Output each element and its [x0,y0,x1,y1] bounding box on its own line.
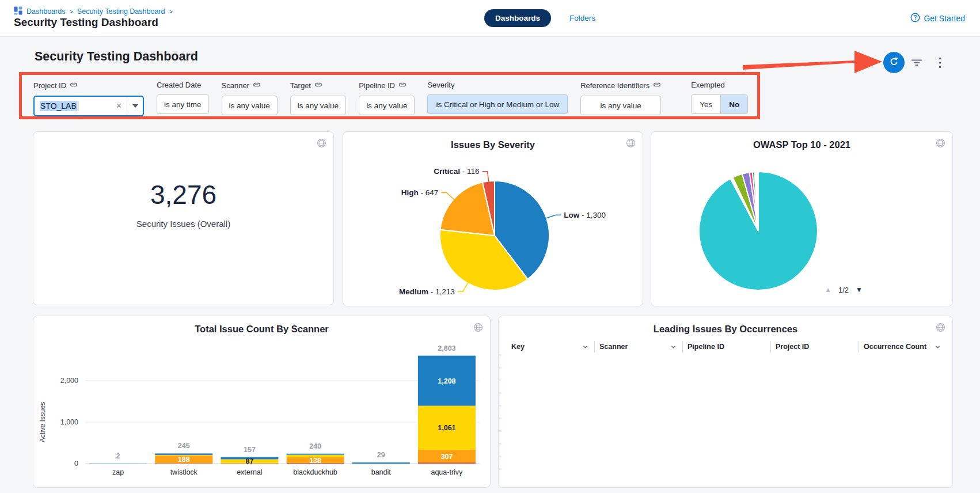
link-icon [398,81,407,90]
svg-text:29: 29 [377,451,385,459]
column-header-occurrence-count[interactable]: Occurrence Count [859,341,947,352]
help-circle-icon: ? [910,13,920,24]
owasp-top-10-pie-chart[interactable] [651,132,952,306]
explore-globe-icon[interactable] [317,138,326,148]
column-header-scanner[interactable]: Scanner [594,341,682,352]
issues-by-severity-pie-chart[interactable]: Low - 1,300Medium - 1,213High - 647Criti… [343,132,643,306]
scanner-value-button[interactable]: is any value [222,96,278,115]
sort-chevron-icon[interactable] [935,344,941,350]
divider [127,100,127,112]
pagination-page-indicator: 1/2 [838,286,849,294]
filter-exempted-label: Exempted [691,81,725,89]
filter-pipeline-id: Pipeline ID is any value [359,81,415,115]
kpi-value: 3,276 [150,180,216,209]
tab-folders[interactable]: Folders [566,13,599,23]
filter-reference-identifiers: Reference Identifiers is any value [580,81,661,115]
total-issue-count-bar-chart[interactable]: 01,0002,000Active Issues2zap245twistlock… [33,316,490,487]
filter-reference-identifiers-label: Reference Identifiers [580,81,649,90]
svg-text:bandit: bandit [371,468,392,476]
more-options-button[interactable] [937,56,943,71]
dashboard-title: Security Testing Dashboard [35,50,198,64]
svg-text:0: 0 [74,460,78,468]
clear-x-icon[interactable]: × [116,101,121,111]
breadcrumb-security-testing-dashboard[interactable]: Security Testing Dashboard [77,7,165,16]
total-issue-count-by-scanner-card: Total Issue Count By Scanner 01,0002,000… [33,316,491,488]
svg-text:1,061: 1,061 [438,424,455,432]
exempted-yes-option[interactable]: Yes [692,95,720,113]
filter-pipeline-id-label: Pipeline ID [359,81,395,90]
top-header: Dashboards > Security Testing Dashboard … [0,0,980,37]
view-tabs: Dashboards Folders [484,9,599,27]
svg-text:138: 138 [309,457,321,465]
filter-button[interactable] [910,57,924,70]
pagination-down-arrow[interactable]: ▼ [852,285,866,294]
tab-dashboards[interactable]: Dashboards [484,9,551,27]
svg-text:188: 188 [178,456,190,464]
sort-chevron-icon[interactable] [582,344,588,350]
get-started-label: Get Started [924,14,965,23]
severity-value-button[interactable]: is Critical or High or Medium or Low [427,94,568,114]
filter-project-id: Project ID STO_LAB × [33,81,144,116]
target-value-button[interactable]: is any value [290,96,346,115]
filter-scanner: Scanner is any value [222,81,278,115]
filter-severity: Severity is Critical or High or Medium o… [427,81,568,114]
svg-text:1,208: 1,208 [438,377,455,385]
svg-text:zap: zap [112,468,124,476]
table-header-row: KeyScannerPipeline IDProject IDOccurrenc… [507,339,947,354]
filter-created-date-label: Created Date [157,81,201,89]
reference-identifiers-value-button[interactable]: is any value [580,96,661,115]
owasp-pagination: ▲ 1/2 ▼ [821,285,866,294]
get-started-link[interactable]: ? Get Started [910,13,965,24]
svg-text:245: 245 [178,442,190,450]
explore-globe-icon[interactable] [936,323,945,332]
link-icon [70,81,78,90]
pipeline-id-value-button[interactable]: is any value [359,96,415,115]
link-icon [314,81,322,90]
svg-text:87: 87 [245,457,253,465]
exempted-no-option[interactable]: No [720,95,747,113]
leading-issues-title: Leading Issues By Occurrences [499,324,952,335]
breadcrumb-separator: > [69,8,73,15]
filter-target: Target is any value [290,81,346,115]
page-title: Security Testing Dashboard [14,16,158,29]
svg-text:1,000: 1,000 [60,418,78,426]
column-header-pipeline-id[interactable]: Pipeline ID [682,341,770,352]
svg-text:aqua-trivy: aqua-trivy [431,468,463,476]
breadcrumb-separator: > [169,8,172,15]
svg-text:Low - 1,300: Low - 1,300 [564,211,606,219]
breadcrumb-dashboards[interactable]: Dashboards [26,7,65,16]
column-header-project-id[interactable]: Project ID [770,341,859,352]
svg-text:2,603: 2,603 [438,344,455,352]
project-id-select[interactable]: STO_LAB × [33,96,144,116]
kebab-menu-icon [939,62,941,70]
filter-bar: Project ID STO_LAB × Created Date is any… [33,81,748,116]
filter-target-label: Target [290,81,311,90]
svg-text:2: 2 [116,452,120,460]
filter-severity-label: Severity [427,81,454,89]
svg-text:Active Issues: Active Issues [39,402,47,443]
svg-text:2,000: 2,000 [60,377,78,385]
svg-text:307: 307 [440,453,453,461]
chevron-down-icon[interactable] [132,104,138,108]
filter-created-date: Created Date is any time [157,81,209,114]
refresh-icon [888,56,899,69]
text-caret [78,101,79,111]
svg-text:Medium - 1,213: Medium - 1,213 [399,287,455,296]
created-date-value-button[interactable]: is any time [157,94,209,114]
security-testing-dashboard-page: Dashboards > Security Testing Dashboard … [0,0,980,493]
svg-text:High - 647: High - 647 [401,188,439,197]
filter-scanner-label: Scanner [222,81,249,90]
svg-text:240: 240 [309,442,321,450]
pagination-up-arrow[interactable]: ▲ [821,285,835,294]
refresh-button[interactable] [883,52,905,73]
sort-chevron-icon[interactable] [670,344,677,350]
svg-text:external: external [237,468,262,476]
table-row-tick-marks [499,354,502,480]
svg-text:Critical - 116: Critical - 116 [434,167,479,176]
filter-exempted: Exempted Yes No [691,81,748,114]
column-header-key[interactable]: Key [507,341,594,352]
link-icon [253,81,261,90]
svg-text:twistlock: twistlock [170,468,198,476]
kpi-label: Security Issues (Overall) [136,219,230,229]
svg-text:157: 157 [244,446,256,454]
